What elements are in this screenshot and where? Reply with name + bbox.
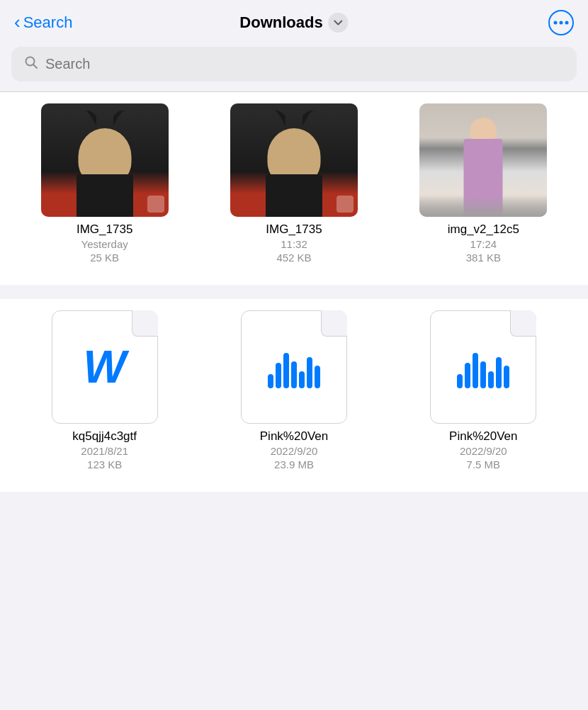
file-thumbnail — [230, 103, 358, 217]
audio-file-icon — [430, 310, 536, 424]
document-files-section: W kq5qjj4c3gtf 2021/8/21 123 KB Pink%20V… — [0, 299, 588, 492]
svg-point-3 — [26, 57, 35, 66]
word-file-icon: W — [52, 310, 158, 424]
page-title: Downloads — [239, 13, 322, 32]
thumbnail-badge — [337, 196, 354, 213]
back-label: Search — [23, 13, 73, 32]
back-button[interactable]: ‹ Search — [14, 13, 72, 32]
file-size: 7.5 MB — [467, 458, 501, 470]
file-name: IMG_1735 — [77, 222, 132, 237]
file-thumbnail — [41, 103, 169, 217]
file-name: Pink%20Ven — [449, 429, 517, 444]
thumbnail-jacket — [266, 174, 322, 217]
file-name: kq5qjj4c3gtf — [72, 429, 137, 444]
file-name: IMG_1735 — [266, 222, 322, 237]
bat-icon — [273, 106, 315, 126]
audio-file-icon — [241, 310, 347, 424]
audio-bar — [457, 374, 463, 388]
audio-bar — [488, 371, 494, 388]
file-thumbnail — [419, 103, 547, 217]
search-input[interactable] — [45, 56, 564, 72]
ellipsis-icon — [553, 21, 569, 25]
file-size: 381 KB — [466, 252, 501, 264]
audio-bar — [465, 363, 470, 388]
file-size: 123 KB — [87, 458, 122, 470]
navigation-header: ‹ Search Downloads — [0, 0, 588, 41]
svg-point-0 — [554, 21, 558, 25]
list-item[interactable]: Pink%20Ven 2022/9/20 7.5 MB — [396, 310, 571, 470]
search-bar[interactable] — [11, 47, 577, 81]
audio-bar — [276, 363, 281, 388]
audio-waveform-icon — [457, 346, 509, 388]
thumbnail-badge — [147, 196, 164, 213]
audio-bar — [307, 357, 312, 388]
file-name: Pink%20Ven — [260, 429, 328, 444]
file-date: 2022/9/20 — [460, 445, 507, 457]
audio-bar — [283, 353, 289, 388]
file-size: 452 KB — [276, 252, 311, 264]
svg-line-4 — [34, 65, 38, 69]
thumbnail-jacket — [77, 174, 133, 217]
thumbnail-overlay — [419, 196, 547, 217]
file-name: img_v2_12c5 — [448, 222, 519, 237]
file-date: Yesterday — [81, 238, 128, 250]
audio-bar — [504, 366, 509, 388]
audio-bar — [496, 357, 502, 388]
search-bar-container — [0, 41, 588, 91]
file-date: 2021/8/21 — [81, 445, 128, 457]
svg-point-2 — [565, 21, 569, 25]
header-title-group: Downloads — [239, 13, 348, 33]
bat-icon — [84, 106, 126, 126]
audio-bar — [473, 353, 478, 388]
image-files-grid: IMG_1735 Yesterday 25 KB IMG_1735 11:32 … — [17, 103, 571, 264]
word-letter-icon: W — [83, 344, 125, 390]
list-item[interactable]: img_v2_12c5 17:24 381 KB — [396, 103, 571, 264]
audio-bar — [480, 361, 486, 388]
more-options-button[interactable] — [548, 10, 574, 35]
search-icon — [24, 55, 38, 73]
audio-waveform-icon — [268, 346, 320, 388]
svg-point-1 — [560, 21, 563, 25]
list-item[interactable]: Pink%20Ven 2022/9/20 23.9 MB — [206, 310, 381, 470]
list-item[interactable]: W kq5qjj4c3gtf 2021/8/21 123 KB — [17, 310, 192, 470]
file-date: 11:32 — [281, 238, 307, 250]
file-size: 25 KB — [90, 252, 119, 264]
list-item[interactable]: IMG_1735 Yesterday 25 KB — [17, 103, 192, 264]
title-dropdown-button[interactable] — [329, 13, 349, 33]
file-date: 17:24 — [470, 238, 497, 250]
file-date: 2022/9/20 — [271, 445, 318, 457]
chevron-down-icon — [334, 18, 344, 28]
document-files-grid: W kq5qjj4c3gtf 2021/8/21 123 KB Pink%20V… — [17, 310, 571, 470]
back-chevron-icon: ‹ — [14, 13, 21, 31]
image-files-section: IMG_1735 Yesterday 25 KB IMG_1735 11:32 … — [0, 92, 588, 285]
audio-bar — [291, 361, 297, 388]
audio-bar — [299, 371, 305, 388]
file-size: 23.9 MB — [274, 458, 314, 470]
audio-bar — [315, 366, 320, 388]
list-item[interactable]: IMG_1735 11:32 452 KB — [206, 103, 381, 264]
audio-bar — [268, 374, 273, 388]
